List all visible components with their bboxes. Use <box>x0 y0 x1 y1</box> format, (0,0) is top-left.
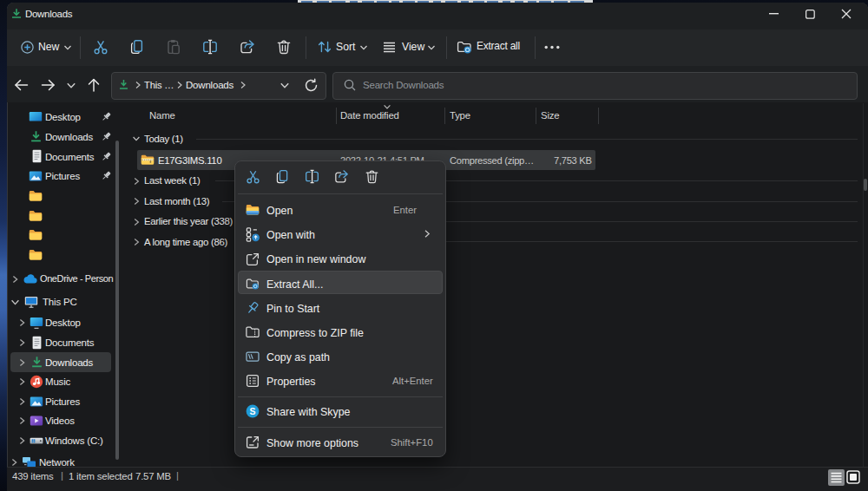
svg-text:S: S <box>249 406 255 416</box>
